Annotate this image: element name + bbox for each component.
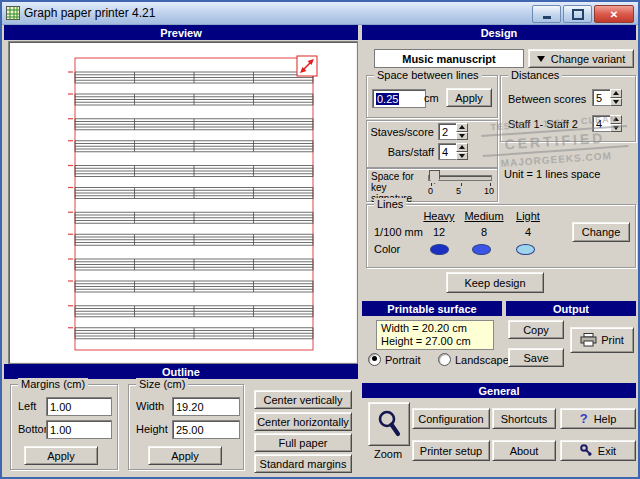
close-icon: ✕ (610, 9, 618, 20)
center-horizontally-button[interactable]: Center horizontally (254, 412, 352, 431)
paper-width-label: Width (136, 400, 164, 412)
spinner-down-button[interactable] (610, 98, 622, 107)
staff1-staff2-spinner[interactable]: 4 (592, 115, 622, 132)
paper-width-value: 19.20 (176, 401, 204, 413)
output-header: Output (506, 301, 636, 316)
spinner-down-button[interactable] (456, 152, 468, 161)
close-button[interactable]: ✕ (594, 5, 634, 23)
zoom-label: Zoom (368, 448, 408, 460)
between-scores-label: Between scores (508, 93, 586, 105)
about-button[interactable]: About (492, 440, 556, 461)
space-between-lines-label: Space between lines (374, 69, 482, 82)
size-apply-button[interactable]: Apply (148, 446, 222, 465)
staves-score-spinner[interactable]: 2 (438, 123, 468, 140)
printable-surface-header: Printable surface (362, 301, 502, 316)
preview-header: Preview (4, 25, 358, 40)
shortcuts-button[interactable]: Shortcuts (492, 408, 556, 429)
medium-column-header: Medium (460, 210, 508, 222)
minimize-button[interactable] (532, 5, 561, 23)
full-paper-button[interactable]: Full paper (254, 433, 352, 452)
paper-width-field[interactable]: 19.20 (172, 397, 240, 416)
light-column-header: Light (510, 210, 546, 222)
copy-button[interactable]: Copy (508, 320, 564, 339)
staff1-staff2-value: 4 (592, 115, 610, 132)
exit-label: Exit (598, 445, 616, 457)
magnifier-icon (376, 409, 402, 439)
unit-note: Unit = 1 lines space (504, 168, 600, 180)
maximize-button[interactable] (563, 5, 592, 23)
line-width-row-label: 1/100 mm (374, 226, 423, 238)
bottom-margin-value: 1.00 (50, 424, 71, 436)
heavy-width-value: 12 (418, 226, 460, 238)
slider-thumb[interactable] (429, 170, 440, 184)
slider-tick-label-10: 10 (484, 186, 494, 196)
radio-dot (368, 353, 381, 366)
landscape-radio[interactable]: Landscape (438, 353, 509, 366)
paper-height-value: 25.00 (176, 424, 204, 436)
staves-score-label: Staves/score (370, 126, 434, 138)
printer-icon (580, 333, 597, 347)
print-button[interactable]: Print (570, 327, 634, 353)
exit-button[interactable]: Exit (560, 440, 636, 461)
window-controls: ✕ (532, 5, 634, 23)
slider-tick-labels: 0 5 10 (428, 186, 494, 196)
left-margin-field[interactable]: 1.00 (46, 397, 112, 416)
bars-staff-label: Bars/staff (370, 146, 434, 158)
line-color-row-label: Color (374, 243, 400, 255)
key-signature-slider[interactable]: 0 5 10 (428, 170, 494, 198)
help-label: Help (594, 413, 617, 425)
change-variant-button[interactable]: Change variant (528, 49, 634, 68)
light-width-value: 4 (510, 226, 546, 238)
printer-setup-button[interactable]: Printer setup (412, 440, 490, 461)
printable-height-value: Height = 27.00 cm (381, 335, 489, 348)
slider-tick-label-0: 0 (428, 186, 433, 196)
spinner-buttons (610, 89, 622, 106)
bars-staff-value: 4 (438, 143, 456, 160)
preview-canvas[interactable] (8, 41, 358, 364)
minimize-icon (543, 16, 551, 19)
margins-group-label: Margins (cm) (18, 378, 88, 391)
left-margin-value: 1.00 (50, 401, 71, 413)
variant-button[interactable]: Music manuscript (374, 49, 524, 68)
save-button[interactable]: Save (508, 348, 564, 367)
spinner-up-button[interactable] (610, 115, 622, 124)
staff1-staff2-label: Staff 1- Staff 2 (508, 118, 578, 130)
portrait-radio[interactable]: Portrait (368, 353, 420, 366)
size-group-label: Size (cm) (136, 378, 188, 391)
cm-unit-label: cm (424, 92, 439, 104)
change-lines-button[interactable]: Change (572, 222, 630, 242)
spinner-down-button[interactable] (456, 132, 468, 141)
configuration-button[interactable]: Configuration (412, 408, 490, 429)
center-vertically-button[interactable]: Center vertically (254, 390, 352, 409)
change-variant-label: Change variant (551, 53, 626, 65)
app-window: Graph paper printer 4.21 ✕ Preview Outli… (2, 2, 638, 477)
outline-header: Outline (4, 364, 358, 379)
standard-margins-button[interactable]: Standard margins (254, 454, 352, 473)
paper-height-field[interactable]: 25.00 (172, 420, 240, 439)
margins-apply-button[interactable]: Apply (24, 446, 98, 465)
landscape-label: Landscape (455, 354, 509, 366)
heavy-color-swatch (430, 244, 449, 255)
printable-width-value: Width = 20.20 cm (381, 322, 489, 335)
between-scores-spinner[interactable]: 5 (592, 89, 622, 106)
space-between-lines-field[interactable]: 0.25 (372, 89, 426, 108)
help-icon: ? (580, 411, 588, 426)
distances-group-label: Distances (508, 69, 562, 82)
spinner-up-button[interactable] (610, 89, 622, 98)
portrait-label: Portrait (385, 354, 420, 366)
heavy-column-header: Heavy (418, 210, 460, 222)
medium-color-swatch (472, 244, 491, 255)
space-apply-button[interactable]: Apply (446, 88, 492, 107)
spinner-up-button[interactable] (456, 143, 468, 152)
bottom-margin-field[interactable]: 1.00 (46, 420, 112, 439)
bars-staff-spinner[interactable]: 4 (438, 143, 468, 160)
titlebar: Graph paper printer 4.21 ✕ (2, 2, 638, 25)
music-staves-graphic (9, 42, 355, 361)
spinner-down-button[interactable] (610, 124, 622, 133)
space-between-lines-value: 0.25 (376, 93, 399, 105)
keep-design-button[interactable]: Keep design (446, 272, 544, 293)
zoom-button[interactable] (368, 402, 410, 446)
spinner-buttons (610, 115, 622, 132)
help-button[interactable]: ? Help (560, 408, 636, 429)
spinner-up-button[interactable] (456, 123, 468, 132)
